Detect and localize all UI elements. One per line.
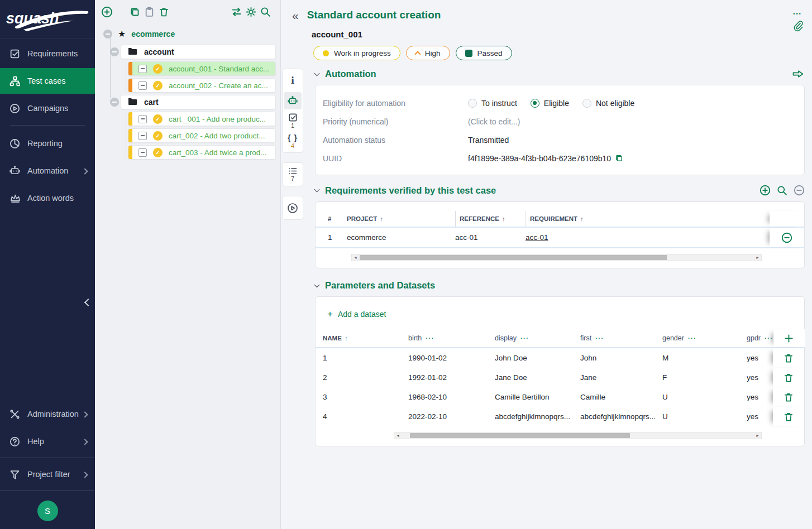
scroll-left-icon[interactable]: ◄ <box>352 256 359 259</box>
test-case-node[interactable]: ✓ cart _001 - Add one produc... <box>128 112 276 126</box>
new-item-plus-circle-icon[interactable] <box>99 4 114 19</box>
scroll-left-icon[interactable]: ◄ <box>394 434 402 437</box>
column-header[interactable]: display··· <box>495 334 580 342</box>
dataset-row[interactable]: 2 1992-01-02 Jane Doe Jane F yes <box>316 368 804 387</box>
tree-folder-row[interactable]: account <box>110 45 276 59</box>
tree-case-row[interactable]: ✓ cart _001 - Add one produc... <box>128 112 276 126</box>
horizontal-scrollbar[interactable]: ◄ ► <box>351 254 762 261</box>
collapse-minus-icon[interactable] <box>110 98 119 107</box>
chevron-down-icon[interactable] <box>314 282 320 287</box>
tab-automation[interactable] <box>284 92 302 109</box>
collapse-box-icon[interactable] <box>138 81 147 90</box>
tab-attachments-list[interactable]: 7 <box>284 166 302 183</box>
priority-editable-value[interactable]: (Click to edit...) <box>468 117 804 126</box>
status-badge-work-in-progress[interactable]: Work in progress <box>313 46 400 60</box>
search-icon[interactable] <box>777 185 787 196</box>
test-case-node[interactable]: ✓ cart_003 - Add twice a prod... <box>128 145 276 160</box>
column-header[interactable]: REQUIREMENT↑ <box>526 211 770 227</box>
requirement-link[interactable]: acc-01 <box>526 233 770 242</box>
folder-node[interactable]: account <box>121 45 276 59</box>
paste-clipboard-icon[interactable] <box>142 4 156 19</box>
scrollbar-thumb[interactable] <box>360 255 667 260</box>
tree-project-row[interactable]: ★ ecommerce <box>99 27 276 41</box>
radio-not-eligible[interactable]: Not eligible <box>582 99 634 108</box>
execution-badge-passed[interactable]: Passed <box>456 46 512 60</box>
column-menu-icon[interactable]: ··· <box>520 335 529 342</box>
column-menu-icon[interactable]: ··· <box>426 335 434 342</box>
column-header[interactable]: gender··· <box>662 334 747 342</box>
column-header[interactable]: gpdr··· <box>747 334 773 342</box>
column-header[interactable]: REFERENCE↑ <box>455 211 526 227</box>
radio-to-instruct[interactable]: To instruct <box>468 99 517 108</box>
sidebar-item-test-cases[interactable]: Test cases <box>0 68 95 94</box>
swap-arrows-icon[interactable] <box>229 4 243 19</box>
tab-parameters[interactable]: { } 4 <box>284 132 302 150</box>
column-header[interactable]: # <box>328 211 347 227</box>
collapse-minus-icon[interactable] <box>110 47 119 56</box>
importance-badge-high[interactable]: High <box>406 46 450 60</box>
folder-node[interactable]: cart <box>121 95 276 109</box>
scrollbar-thumb[interactable] <box>410 433 630 438</box>
requirement-table-row[interactable]: 1 ecommerce acc-01 acc-01 <box>316 228 804 248</box>
sidebar-item-help[interactable]: Help <box>0 429 95 454</box>
radio-eligible[interactable]: Eligible <box>531 99 569 108</box>
radio-icon[interactable] <box>582 99 591 108</box>
more-options-icon[interactable]: ••• <box>793 11 801 17</box>
radio-icon[interactable] <box>468 99 477 108</box>
gear-icon[interactable] <box>243 4 258 19</box>
collapse-box-icon[interactable] <box>138 132 147 140</box>
sidebar-item-reporting[interactable]: Reporting <box>0 131 95 156</box>
radio-checked-icon[interactable] <box>531 99 539 108</box>
collapse-minus-circle-icon[interactable] <box>794 185 805 196</box>
chevron-down-icon[interactable] <box>314 70 320 76</box>
sidebar-item-project-filter[interactable]: Project filter <box>0 461 95 487</box>
column-header[interactable]: PROJECT↑ <box>347 211 455 227</box>
delete-trash-icon[interactable] <box>156 4 171 19</box>
tree-case-row[interactable]: ✓ account_002 - Create an ac... <box>128 78 276 93</box>
add-dataset-button[interactable]: + Add a dataset <box>327 309 386 319</box>
delete-trash-icon[interactable] <box>784 373 794 383</box>
tree-case-row[interactable]: ✓ cart_002 - Add two product... <box>128 128 276 143</box>
back-chevrons-icon[interactable]: « <box>292 9 299 21</box>
add-requirement-plus-circle-icon[interactable] <box>760 185 771 196</box>
delete-trash-icon[interactable] <box>784 392 794 402</box>
dataset-row[interactable]: 4 2022-02-10 abcdefghijklmnopqrs... abcd… <box>316 407 804 426</box>
horizontal-scrollbar[interactable]: ◄ ► <box>394 432 762 439</box>
delete-trash-icon[interactable] <box>784 412 794 422</box>
column-menu-icon[interactable]: ··· <box>595 335 604 342</box>
tree-folder-row[interactable]: cart <box>110 95 276 109</box>
tab-executions[interactable] <box>284 199 302 217</box>
scroll-right-icon[interactable]: ► <box>754 256 761 259</box>
sidebar-item-automation[interactable]: Automation <box>0 158 95 184</box>
unbind-minus-circle-icon[interactable] <box>781 232 792 243</box>
collapse-box-icon[interactable] <box>138 148 147 157</box>
add-parameter-plus-icon[interactable] <box>784 334 794 343</box>
test-case-node-selected[interactable]: ✓ account_001 - Standard acc... <box>128 61 276 76</box>
copy-icon[interactable] <box>127 4 142 19</box>
chevron-down-icon[interactable] <box>314 187 320 193</box>
column-header[interactable]: first··· <box>580 334 662 342</box>
collapse-minus-icon[interactable] <box>103 30 112 39</box>
test-case-node[interactable]: ✓ cart_002 - Add two product... <box>128 128 276 143</box>
dataset-row[interactable]: 1 1990-01-02 John Doe John M yes <box>316 348 804 368</box>
tree-case-row[interactable]: ✓ cart_003 - Add twice a prod... <box>128 145 276 160</box>
sidebar-item-requirements[interactable]: Requirements <box>0 41 95 66</box>
collapse-box-icon[interactable] <box>138 115 147 123</box>
collapse-box-icon[interactable] <box>138 65 147 73</box>
column-menu-icon[interactable]: ··· <box>688 335 697 342</box>
column-menu-icon[interactable]: ··· <box>765 335 773 342</box>
transmit-arrow-icon[interactable] <box>791 69 805 79</box>
tab-information[interactable]: i <box>284 72 302 89</box>
dataset-row[interactable]: 3 1968-02-10 Camille Bertillon Camille U… <box>316 387 804 407</box>
search-icon[interactable] <box>258 4 273 19</box>
delete-trash-icon[interactable] <box>784 353 794 363</box>
copy-icon[interactable] <box>615 154 623 162</box>
paperclip-attachment-icon[interactable] <box>792 20 803 32</box>
sidebar-collapse-button[interactable] <box>85 297 91 307</box>
scroll-right-icon[interactable]: ► <box>754 434 761 437</box>
sidebar-item-action-words[interactable]: Action words <box>0 185 95 211</box>
test-case-node[interactable]: ✓ account_002 - Create an ac... <box>128 78 276 93</box>
user-avatar[interactable]: S <box>37 501 58 521</box>
tree-case-row[interactable]: ✓ account_001 - Standard acc... <box>128 61 276 76</box>
sidebar-item-administration[interactable]: Administration <box>0 401 95 427</box>
